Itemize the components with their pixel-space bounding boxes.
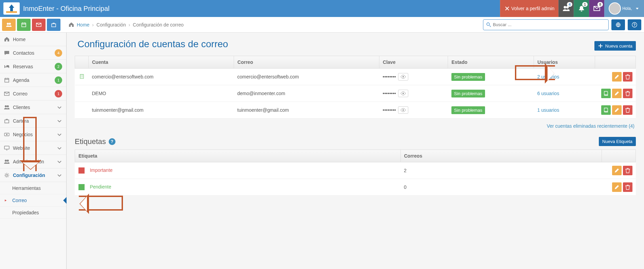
trash-icon: [625, 107, 630, 113]
back-to-admin-button[interactable]: Volver a perfil admin: [500, 0, 558, 17]
cogs-icon: [4, 173, 10, 178]
chevron-down-icon: [57, 132, 62, 137]
annotation-arrow: [515, 65, 555, 80]
chevron-down-icon: [57, 159, 62, 164]
sidebar-item-agenda[interactable]: Agenda1: [0, 73, 66, 87]
pencil-icon: [614, 91, 620, 96]
labels-section-title: Etiquetas ?: [75, 137, 115, 146]
users-link[interactable]: 6 usuarios: [537, 91, 559, 96]
eye-icon: [400, 107, 406, 113]
help-button[interactable]: [628, 19, 641, 30]
breadcrumb-l2: Configuración de correo: [133, 22, 183, 28]
sidebar-item-label: Clientes: [13, 105, 30, 110]
mail-icon: [36, 22, 41, 28]
cell-correo: demo@inmoenter.com: [234, 85, 379, 102]
shortcut-calendar-button[interactable]: [17, 19, 31, 31]
new-label-button[interactable]: Nueva Etiqueta: [599, 137, 636, 146]
topbar-mail-button[interactable]: 8: [589, 0, 604, 17]
main-content: Configuración de cuentas de correo Nueva…: [67, 33, 644, 269]
status-badge: Sin problemas: [451, 73, 485, 81]
shortcut-mail-button[interactable]: [32, 19, 46, 31]
sidebar-item-contactos[interactable]: Contactos4: [0, 46, 66, 60]
pencil-icon: [614, 74, 620, 79]
avatar: [609, 2, 621, 15]
delete-button[interactable]: [623, 72, 632, 82]
sidebar-item-label: Agenda: [13, 77, 29, 83]
breadcrumb-l1: Configuración: [96, 22, 126, 28]
delete-button[interactable]: [623, 182, 632, 192]
th-etiqueta: Etiqueta: [75, 150, 401, 162]
color-swatch: [78, 167, 85, 174]
search-input[interactable]: [493, 22, 606, 27]
delete-button[interactable]: [623, 166, 632, 175]
globe-button[interactable]: [611, 19, 625, 30]
book-icon: [603, 107, 609, 113]
cell-count: 2: [400, 162, 602, 179]
sidebar-badge: 1: [55, 76, 62, 84]
sidebar-item-reservas[interactable]: Reservas2: [0, 60, 66, 73]
sidebar-subitem-herramientas[interactable]: Herramientas: [0, 182, 66, 194]
sidebar-item-clientes[interactable]: Clientes: [0, 101, 66, 114]
bell-badge: 1: [582, 2, 588, 7]
question-icon: [632, 22, 637, 28]
search-box[interactable]: [483, 19, 609, 30]
new-account-button[interactable]: Nueva cuenta: [594, 41, 636, 51]
user-menu[interactable]: Hola,: [604, 0, 644, 17]
cell-cuenta: tuinmoenter@gmail.com: [89, 102, 234, 119]
sidebar-item-home[interactable]: Home: [0, 33, 66, 46]
reveal-password-button[interactable]: [398, 106, 408, 114]
edit-button[interactable]: [612, 105, 622, 115]
users-icon: [4, 105, 10, 110]
eye-icon: [400, 74, 406, 79]
shortcut-briefcase-button[interactable]: [47, 19, 60, 31]
sidebar-subitem-label: Correo: [12, 198, 27, 203]
status-badge: Sin problemas: [451, 106, 485, 114]
topbar-users-button[interactable]: 4: [558, 0, 574, 17]
sidebar-subitem-correo[interactable]: Correo: [0, 194, 66, 207]
label-name[interactable]: Importante: [90, 167, 112, 173]
breadcrumb-home[interactable]: Home: [77, 22, 89, 28]
book-button[interactable]: [601, 89, 611, 98]
topbar: InmoEnter - Oficina Principal Volver a p…: [0, 0, 644, 17]
users-icon: [6, 22, 12, 28]
sidebar-badge: 2: [55, 63, 62, 70]
plus-icon: [598, 43, 603, 49]
reveal-password-button[interactable]: [398, 90, 408, 97]
breadcrumb-sep: ›: [128, 22, 130, 28]
deleted-accounts-link[interactable]: Ver cuentas eliminadas recientemente (4): [547, 123, 634, 129]
reveal-password-button[interactable]: [398, 73, 408, 80]
sidebar-subitem-propiedades[interactable]: Propiedades: [0, 207, 66, 219]
cell-cuenta: DEMO: [89, 85, 234, 102]
table-row: Pendiente 0: [75, 179, 636, 196]
home-icon: [4, 37, 10, 42]
caret-down-icon: [634, 6, 640, 11]
delete-button[interactable]: [623, 89, 632, 98]
users-link[interactable]: 1 usuarios: [537, 107, 559, 113]
status-badge: Sin problemas: [451, 90, 485, 97]
cell-cuenta: comercio@entersoftweb.com: [89, 69, 234, 85]
delete-button[interactable]: [623, 105, 632, 115]
label-name[interactable]: Pendiente: [90, 184, 111, 190]
users-icon: [4, 159, 10, 164]
shortcut-users-button[interactable]: [2, 19, 16, 31]
help-icon[interactable]: ?: [109, 138, 115, 145]
sidebar-badge: 1: [55, 90, 62, 97]
annotation-arrow: [79, 196, 123, 211]
edit-button[interactable]: [612, 89, 622, 98]
edit-button[interactable]: [612, 182, 622, 192]
trash-icon: [625, 74, 630, 79]
brand-logo[interactable]: [3, 2, 20, 15]
sidebar-subitem-label: Propiedades: [12, 210, 39, 215]
mail-icon: [4, 91, 10, 96]
th-clave: Clave: [379, 56, 448, 69]
book-button[interactable]: [601, 105, 611, 115]
trash-icon: [625, 168, 630, 173]
sidebar-item-correo[interactable]: Correo1: [0, 87, 66, 101]
edit-button[interactable]: [612, 166, 622, 175]
edit-button[interactable]: [612, 72, 622, 82]
book-icon: [603, 91, 609, 96]
table-row: tuinmoenter@gmail.com tuinmoenter@gmail.…: [75, 102, 636, 119]
chevron-down-icon: [57, 105, 62, 110]
topbar-notifications-button[interactable]: 1: [574, 0, 589, 17]
labels-title-text: Etiquetas: [75, 137, 106, 146]
